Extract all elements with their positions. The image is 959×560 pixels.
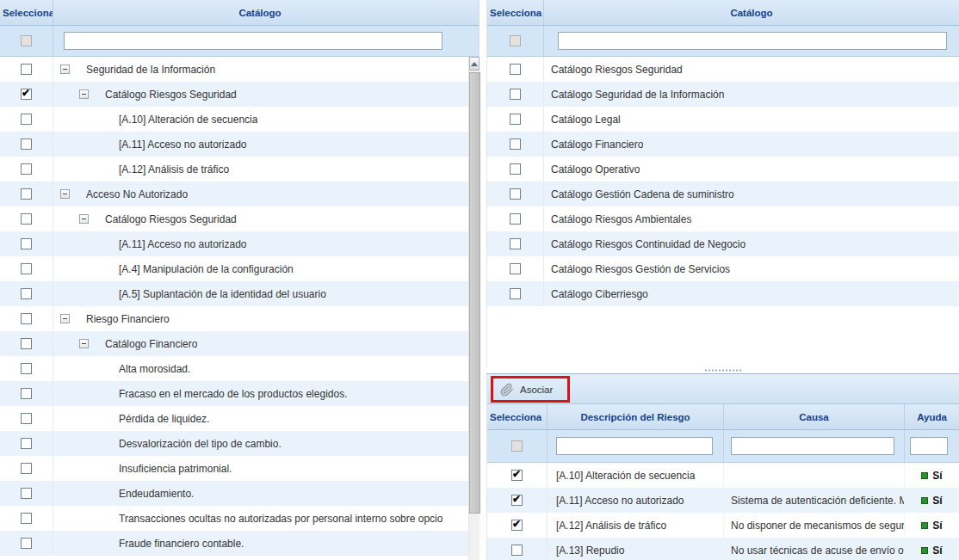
row-select-cell (0, 356, 53, 381)
row-select-cell (0, 57, 53, 82)
row-checkbox[interactable] (511, 520, 523, 531)
row-select-cell (487, 488, 548, 513)
catalog-row: Catálogo Gestión Cadena de suministro (487, 182, 959, 206)
collapse-minus-icon[interactable] (60, 189, 70, 199)
right-filter-input[interactable] (558, 32, 947, 50)
catalog-tree-row: [A.10] Alteración de secuencia (0, 107, 468, 132)
scrollbar-thumb[interactable] (469, 72, 480, 514)
row-checkbox[interactable] (510, 263, 521, 274)
tree-indent (53, 443, 119, 444)
right-grid-header: Selecciona Catálogo (487, 0, 959, 26)
row-select-cell (487, 182, 544, 206)
tree-cell: [A.11] Acceso no autorizado (53, 231, 468, 256)
catalog-row: Catálogo Riesgos Ambientales (487, 206, 959, 231)
row-select-cell (487, 463, 548, 488)
row-checkbox[interactable] (510, 138, 521, 150)
row-checkbox[interactable] (21, 388, 32, 399)
ayuda-value: Sí (932, 545, 942, 557)
row-checkbox[interactable] (21, 163, 32, 175)
tree-cell: Riesgo Financiero (53, 306, 468, 331)
row-checkbox[interactable] (21, 89, 32, 100)
row-checkbox[interactable] (21, 64, 32, 75)
collapse-minus-icon[interactable] (60, 65, 70, 74)
row-checkbox[interactable] (510, 114, 521, 125)
row-checkbox[interactable] (21, 263, 32, 274)
row-checkbox[interactable] (510, 64, 521, 75)
catalog-tree-row: [A.12] Análisis de tráfico (0, 157, 468, 182)
left-grid-header: Selecciona Catálogo (0, 0, 479, 26)
asociar-label: Asociar (520, 385, 553, 395)
row-checkbox[interactable] (21, 114, 32, 125)
risk-select-all-checkbox[interactable] (511, 440, 523, 452)
row-checkbox[interactable] (510, 89, 521, 100)
row-checkbox[interactable] (21, 238, 32, 249)
collapse-minus-icon[interactable] (60, 314, 70, 323)
risk-filter-ayuda-input[interactable] (910, 437, 948, 455)
up-arrow-icon (471, 62, 478, 66)
catalog-row-label: Catálogo Ciberriesgo (544, 288, 648, 300)
row-checkbox[interactable] (511, 545, 523, 556)
collapse-minus-icon[interactable] (79, 89, 89, 99)
row-checkbox[interactable] (21, 488, 32, 499)
row-checkbox[interactable] (510, 238, 521, 249)
asociar-button[interactable]: Asociar (493, 378, 567, 400)
left-header-selecciona: Selecciona (0, 0, 53, 25)
tree-row-label: Insuficiencia patrimonial. (119, 463, 232, 475)
row-select-cell (0, 431, 53, 456)
right-filter-input-cell (544, 26, 959, 56)
collapse-minus-icon[interactable] (79, 214, 89, 224)
row-checkbox[interactable] (21, 513, 32, 524)
collapse-minus-icon[interactable] (79, 339, 89, 348)
row-checkbox[interactable] (21, 338, 32, 349)
catalog-row: Catálogo Seguridad de la Información (487, 82, 959, 107)
left-select-all-checkbox[interactable] (21, 35, 32, 46)
row-select-cell (0, 506, 53, 531)
row-checkbox[interactable] (21, 438, 32, 449)
row-select-cell (0, 82, 53, 107)
risk-filter-descripcion-input[interactable] (556, 437, 713, 455)
row-checkbox[interactable] (510, 163, 521, 175)
row-select-cell (487, 256, 544, 281)
row-select-cell (487, 157, 544, 182)
row-checkbox[interactable] (21, 538, 32, 549)
row-checkbox[interactable] (21, 413, 32, 424)
row-checkbox[interactable] (510, 213, 521, 225)
tree-indent (53, 493, 119, 494)
left-filter-input[interactable] (64, 32, 442, 50)
row-checkbox[interactable] (21, 188, 32, 200)
right-filter-row (487, 26, 959, 57)
row-checkbox[interactable] (21, 313, 32, 324)
risk-ayuda-cell: Sí (905, 488, 959, 513)
catalog-row-label: Catálogo Riesgos Gestión de Servicios (544, 263, 730, 275)
risk-header-causa: Causa (724, 404, 905, 429)
row-checkbox[interactable] (21, 288, 32, 299)
left-filter-row (0, 26, 479, 57)
catalog-tree-row: [A.5] Suplantación de la identidad del u… (0, 281, 468, 306)
row-checkbox[interactable] (21, 213, 32, 225)
tree-indent (53, 318, 60, 319)
ayuda-value: Sí (932, 520, 942, 532)
tree-cell: Alta morosidad. (53, 356, 468, 381)
risk-descripcion-cell: [A.12] Análisis de tráfico (548, 513, 724, 538)
row-checkbox[interactable] (511, 495, 523, 506)
left-scrollbar[interactable] (468, 57, 480, 560)
row-checkbox[interactable] (21, 463, 32, 474)
right-select-all-checkbox[interactable] (510, 35, 521, 46)
row-checkbox[interactable] (21, 138, 32, 150)
tree-indent (53, 293, 119, 294)
horizontal-splitter[interactable] (486, 367, 959, 374)
risk-filter-causa-input[interactable] (731, 437, 894, 455)
row-checkbox[interactable] (21, 363, 32, 374)
tree-cell: [A.10] Alteración de secuencia (53, 107, 468, 132)
risk-ayuda-cell: Sí (905, 538, 959, 560)
catalog-tree-row: [A.11] Acceso no autorizado (0, 231, 468, 256)
tree-cell: Transacciones ocultas no autorizadas por… (53, 506, 468, 531)
scroll-up-button[interactable] (469, 57, 480, 71)
row-select-cell (487, 538, 548, 560)
left-grid-rows: Seguridad de la Información Catálogo Rie… (0, 57, 468, 560)
row-checkbox[interactable] (510, 288, 521, 299)
row-checkbox[interactable] (510, 188, 521, 200)
row-checkbox[interactable] (511, 470, 523, 481)
tree-row-label: Pérdida de liquidez. (119, 413, 209, 425)
catalog-cell: Catálogo Riesgos Seguridad (544, 57, 959, 82)
